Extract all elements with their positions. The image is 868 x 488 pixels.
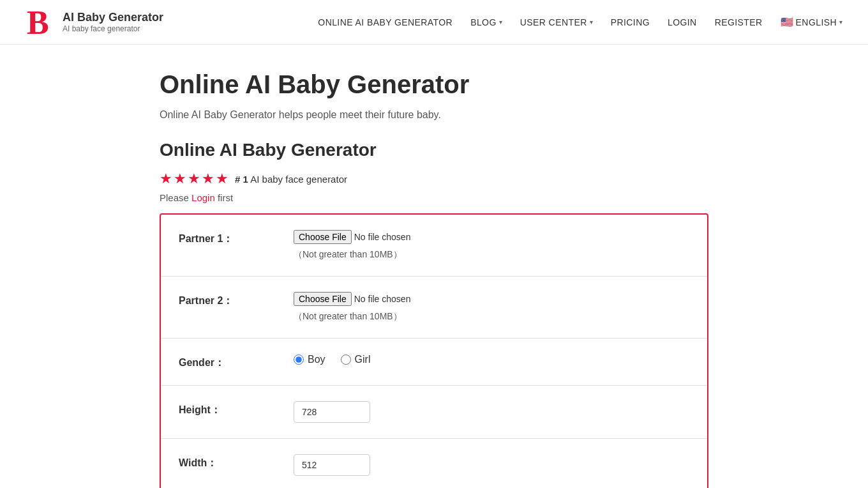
gender-options: Boy Girl [294, 354, 689, 365]
nav-link-language[interactable]: ENGLISH [796, 17, 837, 27]
star-3: ★ [188, 171, 200, 187]
navbar: B AI Baby Generator AI baby face generat… [0, 0, 868, 45]
brand-logo-link[interactable]: B AI Baby Generator AI baby face generat… [26, 6, 163, 39]
chevron-down-icon-2: ▾ [590, 19, 593, 26]
rating-row: ★ ★ ★ ★ ★ # 1 AI baby face generator [160, 171, 708, 187]
partner1-field: （Not greater than 10MB） [294, 230, 689, 261]
nav-link-pricing[interactable]: PRICING [611, 17, 650, 27]
login-pre: Please [160, 192, 191, 203]
partner2-label: Partner 2： [179, 292, 294, 308]
svg-text:B: B [27, 6, 49, 39]
form-row-partner2: Partner 2： （Not greater than 10MB） [161, 277, 707, 339]
chevron-down-icon-3: ▾ [839, 19, 842, 26]
nav-link-user-center[interactable]: USER CENTER [520, 17, 587, 27]
login-post: first [215, 192, 233, 203]
page-title: Online AI Baby Generator [160, 70, 708, 99]
height-label: Height： [179, 401, 294, 417]
partner2-file-wrapper [294, 292, 463, 306]
page-subtitle: Online AI Baby Generator helps people me… [160, 109, 708, 121]
gender-boy-radio[interactable] [294, 355, 304, 365]
nav-dropdown-blog[interactable]: BLOG ▾ [470, 17, 502, 27]
form-row-gender: Gender： Boy Girl [161, 339, 707, 386]
brand-subtitle: AI baby face generator [63, 24, 163, 33]
login-note: Please Login first [160, 192, 708, 203]
rating-hash: # 1 [235, 174, 248, 185]
partner2-file-input[interactable] [294, 292, 463, 306]
partner1-file-input[interactable] [294, 230, 463, 244]
star-rating: ★ ★ ★ ★ ★ [160, 171, 228, 187]
chevron-down-icon: ▾ [499, 19, 502, 26]
nav-link-register[interactable]: REGISTER [715, 17, 763, 27]
nav-link-blog[interactable]: BLOG [470, 17, 497, 27]
width-label: Width： [179, 454, 294, 470]
width-field [294, 454, 689, 476]
partner1-label: Partner 1： [179, 230, 294, 246]
star-5: ★ [216, 171, 228, 187]
gender-field: Boy Girl [294, 354, 689, 365]
partner2-file-note: （Not greater than 10MB） [294, 311, 689, 323]
nav-link-online-ai[interactable]: ONLINE AI BABY GENERATOR [318, 17, 453, 27]
section-title: Online AI Baby Generator [160, 140, 708, 160]
star-4: ★ [202, 171, 214, 187]
brand-title: AI Baby Generator [63, 11, 163, 24]
gender-boy-label[interactable]: Boy [294, 354, 326, 365]
main-content: Online AI Baby Generator Online AI Baby … [147, 45, 721, 488]
form-row-partner1: Partner 1： （Not greater than 10MB） [161, 215, 707, 277]
gender-label: Gender： [179, 354, 294, 370]
nav-item-pricing[interactable]: PRICING [611, 17, 650, 28]
gender-girl-label[interactable]: Girl [341, 354, 371, 365]
login-link[interactable]: Login [191, 192, 215, 203]
gender-girl-text: Girl [355, 354, 371, 365]
height-field [294, 401, 689, 423]
nav-item-user-center[interactable]: USER CENTER ▾ [520, 17, 593, 27]
brand-text: AI Baby Generator AI baby face generator [63, 11, 163, 33]
form-row-height: Height： [161, 386, 707, 439]
form-box: Partner 1： （Not greater than 10MB） Partn… [160, 213, 708, 488]
nav-item-login[interactable]: LOGIN [668, 17, 697, 28]
gender-girl-radio[interactable] [341, 355, 351, 365]
height-input[interactable] [294, 401, 370, 423]
partner1-file-note: （Not greater than 10MB） [294, 249, 689, 261]
nav-item-register[interactable]: REGISTER [715, 17, 763, 28]
nav-item-blog[interactable]: BLOG ▾ [470, 17, 502, 27]
partner2-field: （Not greater than 10MB） [294, 292, 689, 323]
nav-item-language[interactable]: 🇺🇸 ENGLISH ▾ [781, 16, 842, 28]
brand-logo: B [26, 6, 56, 39]
width-input[interactable] [294, 454, 370, 476]
rating-desc: AI baby face generator [250, 174, 347, 185]
nav-link-login[interactable]: LOGIN [668, 17, 697, 27]
nav-dropdown-language[interactable]: 🇺🇸 ENGLISH ▾ [781, 16, 842, 28]
partner1-file-wrapper [294, 230, 463, 244]
gender-boy-text: Boy [308, 354, 326, 365]
flag-icon: 🇺🇸 [781, 16, 793, 28]
star-1: ★ [160, 171, 172, 187]
nav-dropdown-user-center[interactable]: USER CENTER ▾ [520, 17, 593, 27]
nav-links: ONLINE AI BABY GENERATOR BLOG ▾ USER CEN… [318, 16, 842, 28]
nav-item-online-ai[interactable]: ONLINE AI BABY GENERATOR [318, 17, 453, 28]
rating-text: # 1 AI baby face generator [235, 174, 347, 185]
star-2: ★ [174, 171, 186, 187]
form-row-width: Width： [161, 439, 707, 488]
